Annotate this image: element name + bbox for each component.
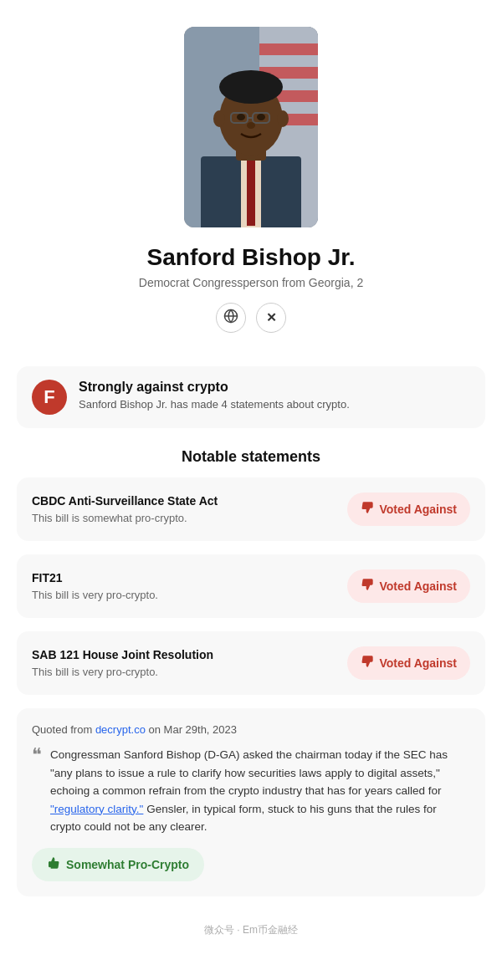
somewhat-pro-label: Somewhat Pro-Crypto	[66, 858, 189, 871]
regulatory-clarity-link[interactable]: "regulatory clarity."	[50, 803, 143, 815]
vote-card-2: FIT21 This bill is very pro-crypto. Vote…	[17, 554, 485, 618]
vote-card-1-left: CBDC Anti-Surveillance State Act This bi…	[32, 494, 218, 524]
bill-desc-2: This bill is very pro-crypto.	[32, 589, 158, 601]
voted-against-label-2: Voted Against	[379, 579, 457, 593]
quote-mark-icon: ❝	[32, 744, 42, 836]
thumbs-down-icon-3	[361, 655, 374, 671]
quote-card: Quoted from decrypt.co on Mar 29th, 2023…	[17, 708, 485, 896]
voted-against-button-2[interactable]: Voted Against	[347, 569, 470, 603]
profile-photo	[184, 27, 318, 227]
vote-card-3: SAB 121 House Joint Resolution This bill…	[17, 631, 485, 695]
quote-body: ❝ Congressman Sanford Bishop (D-GA) aske…	[32, 746, 470, 836]
vote-card-2-left: FIT21 This bill is very pro-crypto.	[32, 571, 158, 601]
grade-description: Sanford Bishop Jr. has made 4 statements…	[79, 398, 350, 411]
profile-name: Sanford Bishop Jr.	[147, 244, 356, 271]
grade-card: F Strongly against crypto Sanford Bishop…	[17, 366, 485, 428]
svg-point-18	[213, 110, 225, 127]
vote-card-1: CBDC Anti-Surveillance State Act This bi…	[17, 477, 485, 541]
profile-subtitle: Democrat Congressperson from Georgia, 2	[139, 276, 363, 289]
svg-point-11	[219, 70, 283, 104]
bill-title-3: SAB 121 House Joint Resolution	[32, 648, 213, 661]
voted-against-button-1[interactable]: Voted Against	[347, 493, 470, 526]
notable-statements-title: Notable statements	[0, 448, 502, 466]
thumbs-down-icon-1	[361, 501, 374, 518]
quote-source-prefix: Quoted from	[32, 723, 92, 736]
quote-source-date: on Mar 29th, 2023	[149, 723, 238, 736]
bill-desc-1: This bill is somewhat pro-crypto.	[32, 512, 218, 524]
svg-point-12	[237, 114, 245, 120]
grade-badge: F	[32, 380, 67, 415]
grade-title: Strongly against crypto	[79, 380, 350, 395]
quote-text: Congressman Sanford Bishop (D-GA) asked …	[50, 746, 470, 836]
voted-against-label-1: Voted Against	[379, 503, 457, 516]
bill-title-2: FIT21	[32, 571, 158, 584]
vote-card-3-left: SAB 121 House Joint Resolution This bill…	[32, 648, 213, 678]
profile-social-links: ✕	[216, 303, 286, 333]
twitter-link[interactable]: ✕	[256, 303, 286, 333]
profile-section: Sanford Bishop Jr. Democrat Congresspers…	[0, 0, 502, 353]
somewhat-pro-crypto-button[interactable]: Somewhat Pro-Crypto	[32, 848, 204, 881]
thumbs-down-icon-2	[361, 578, 374, 595]
voted-against-label-3: Voted Against	[379, 656, 457, 670]
quote-source-link[interactable]: decrypt.co	[95, 723, 146, 736]
twitter-x-icon: ✕	[266, 310, 277, 325]
svg-point-13	[257, 114, 265, 120]
quote-source: Quoted from decrypt.co on Mar 29th, 2023	[32, 723, 470, 736]
globe-icon	[223, 309, 238, 327]
svg-rect-8	[247, 159, 255, 226]
svg-rect-2	[259, 43, 318, 55]
grade-info: Strongly against crypto Sanford Bishop J…	[79, 380, 350, 411]
bill-desc-3: This bill is very pro-crypto.	[32, 666, 213, 678]
watermark: 微众号 · Em币金融经	[0, 910, 502, 944]
bill-title-1: CBDC Anti-Surveillance State Act	[32, 494, 218, 508]
voted-against-button-3[interactable]: Voted Against	[347, 646, 470, 680]
svg-point-17	[247, 122, 255, 129]
website-link[interactable]	[216, 303, 246, 333]
thumbs-up-icon	[47, 856, 60, 873]
svg-point-19	[277, 110, 289, 127]
